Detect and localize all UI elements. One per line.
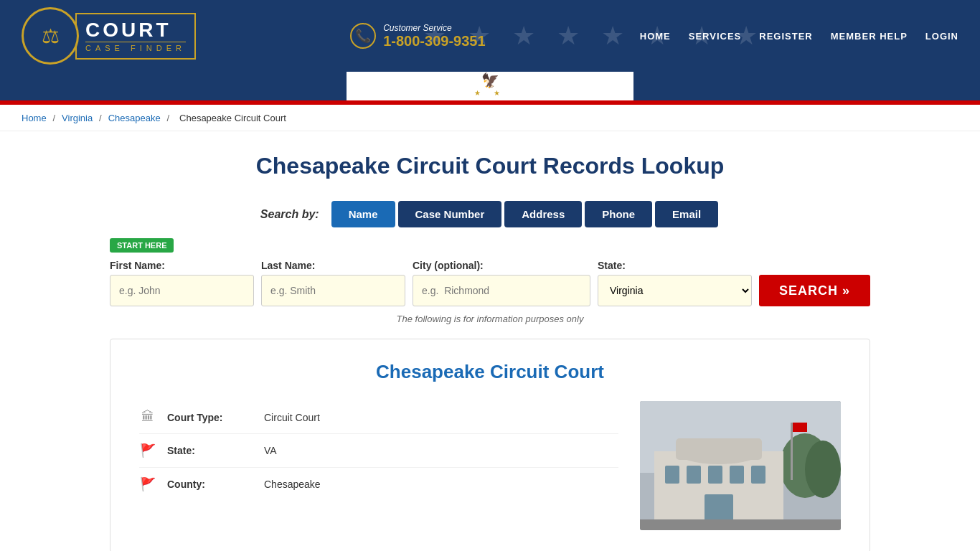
city-label: City (optional):: [413, 260, 590, 271]
start-here-badge: START HERE: [110, 238, 174, 253]
first-name-label: First Name:: [110, 260, 254, 271]
court-type-icon: 🏛: [139, 410, 156, 425]
svg-point-3: [805, 441, 841, 498]
first-name-input[interactable]: [110, 275, 254, 306]
state-select[interactable]: AlabamaAlaskaArizonaArkansas CaliforniaC…: [598, 275, 752, 306]
main-nav: HOME SERVICES REGISTER MEMBER HELP LOGIN: [640, 31, 958, 42]
search-by-label: Search by:: [260, 208, 319, 221]
breadcrumb-virginia[interactable]: Virginia: [62, 113, 93, 123]
tab-case-number[interactable]: Case Number: [398, 201, 502, 227]
svg-rect-11: [751, 466, 765, 484]
court-type-label: Court Type:: [167, 412, 253, 423]
state-icon: 🚩: [139, 443, 156, 458]
tab-name[interactable]: Name: [331, 201, 395, 227]
cs-label: Customer Service: [383, 23, 485, 33]
tab-email[interactable]: Email: [655, 201, 718, 227]
last-name-field: Last Name:: [261, 260, 405, 306]
info-row-court-type: 🏛 Court Type: Circuit Court: [139, 401, 618, 434]
svg-rect-15: [640, 519, 841, 530]
state-field: State: AlabamaAlaskaArizonaArkansas Cali…: [598, 260, 752, 306]
breadcrumb-home[interactable]: Home: [22, 113, 47, 123]
page-title: Chesapeake Circuit Court Records Lookup: [110, 153, 870, 179]
svg-rect-13: [791, 423, 793, 480]
state-label-info: State:: [167, 445, 253, 456]
nav-register[interactable]: REGISTER: [759, 31, 812, 42]
logo-text: COURT CASE FINDER: [75, 13, 196, 60]
county-value: Chesapeake: [264, 479, 321, 490]
svg-rect-6: [676, 438, 762, 460]
court-info-body: 🏛 Court Type: Circuit Court 🚩 State: VA …: [139, 401, 841, 530]
logo-court-text: COURT: [85, 20, 186, 40]
site-header: ★ ★ ★ ★ ★ ★ ★ ★ ⚖ COURT CASE FINDER 📞 Cu…: [0, 0, 980, 72]
svg-rect-7: [665, 466, 679, 484]
search-form: First Name: Last Name: City (optional): …: [110, 260, 870, 306]
phone-icon: 📞: [350, 23, 376, 49]
tab-address[interactable]: Address: [504, 201, 582, 227]
first-name-field: First Name:: [110, 260, 254, 306]
banner-curve: ★ ★ 🦅 ★ ★: [0, 72, 980, 100]
cs-phone: 1-800-309-9351: [383, 33, 485, 50]
logo-area: ⚖ COURT CASE FINDER: [22, 7, 196, 65]
nav-home[interactable]: HOME: [640, 31, 671, 42]
svg-rect-12: [705, 494, 733, 523]
customer-service: 📞 Customer Service 1-800-309-9351: [350, 23, 485, 50]
state-label: State:: [598, 260, 752, 271]
court-building-image: [640, 401, 841, 530]
last-name-label: Last Name:: [261, 260, 405, 271]
county-icon: 🚩: [139, 476, 156, 492]
state-value: VA: [264, 445, 277, 456]
breadcrumb-chesapeake[interactable]: Chesapeake: [108, 113, 161, 123]
last-name-input[interactable]: [261, 275, 405, 306]
city-input[interactable]: [413, 275, 590, 306]
court-info-section: Chesapeake Circuit Court 🏛 Court Type: C…: [110, 339, 870, 551]
logo-emblem: ⚖: [22, 7, 79, 65]
info-row-county: 🚩 County: Chesapeake: [139, 468, 618, 501]
emblem-icon: ⚖: [42, 24, 60, 48]
main-content: Chesapeake Circuit Court Records Lookup …: [95, 131, 885, 551]
nav-member-help[interactable]: MEMBER HELP: [831, 31, 908, 42]
nav-login[interactable]: LOGIN: [925, 31, 958, 42]
breadcrumb: Home / Virginia / Chesapeake / Chesapeak…: [0, 105, 980, 131]
logo-casefinder-text: CASE FINDER: [85, 42, 186, 52]
eagle-emblem: ★ ★ 🦅 ★ ★: [474, 72, 507, 97]
court-info-details: 🏛 Court Type: Circuit Court 🚩 State: VA …: [139, 401, 618, 530]
county-label: County:: [167, 479, 253, 490]
court-type-value: Circuit Court: [264, 412, 320, 423]
tab-phone[interactable]: Phone: [585, 201, 652, 227]
svg-rect-14: [793, 423, 807, 432]
svg-rect-9: [708, 466, 722, 484]
city-field: City (optional):: [413, 260, 590, 306]
info-note: The following is for information purpose…: [110, 314, 870, 324]
info-row-state: 🚩 State: VA: [139, 434, 618, 468]
search-by-row: Search by: Name Case Number Address Phon…: [110, 201, 870, 227]
breadcrumb-current: Chesapeake Circuit Court: [179, 113, 286, 123]
svg-rect-10: [730, 466, 744, 484]
court-info-title: Chesapeake Circuit Court: [139, 361, 841, 383]
svg-rect-8: [687, 466, 701, 484]
nav-services[interactable]: SERVICES: [689, 31, 742, 42]
search-button[interactable]: SEARCH »: [759, 275, 870, 306]
